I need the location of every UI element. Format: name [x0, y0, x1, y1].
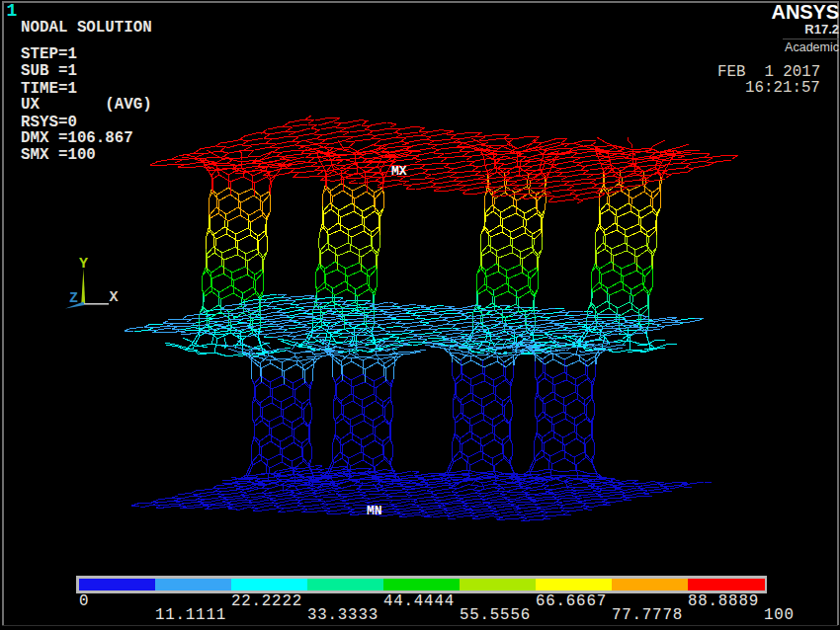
- svg-text:X: X: [110, 289, 119, 306]
- svg-text:Y: Y: [79, 256, 88, 273]
- svg-text:Z: Z: [69, 290, 78, 307]
